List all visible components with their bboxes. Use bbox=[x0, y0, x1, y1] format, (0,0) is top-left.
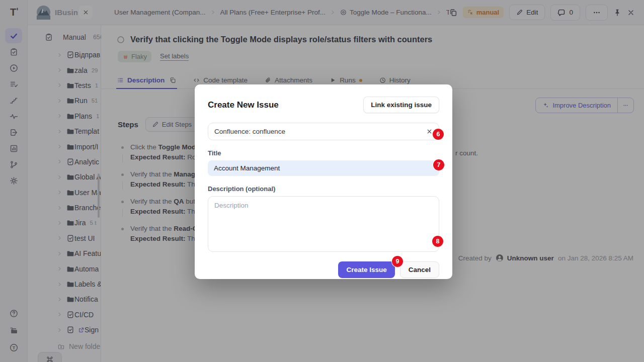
annotation-badge-8: 8 bbox=[432, 236, 443, 247]
issue-description-textarea[interactable] bbox=[208, 196, 439, 252]
issue-title-input[interactable] bbox=[208, 160, 439, 176]
create-issue-modal: Create New Issue Link existing issue Con… bbox=[195, 84, 452, 279]
description-field-label: Description (optional) bbox=[208, 185, 439, 193]
modal-title: Create New Issue bbox=[208, 100, 279, 110]
annotation-badge-9: 9 bbox=[392, 256, 403, 267]
create-issue-button[interactable]: Create Issue bbox=[338, 261, 394, 278]
integration-select-value: Confluence: confluence bbox=[214, 128, 285, 135]
close-icon bbox=[426, 128, 433, 135]
annotation-badge-7: 7 bbox=[433, 159, 444, 170]
cancel-button[interactable]: Cancel bbox=[400, 261, 439, 278]
integration-select[interactable]: Confluence: confluence bbox=[208, 123, 439, 140]
title-field-label: Title bbox=[208, 149, 439, 157]
clear-selection-button[interactable] bbox=[426, 128, 433, 135]
annotation-badge-6: 6 bbox=[433, 129, 444, 140]
link-existing-issue-button[interactable]: Link existing issue bbox=[363, 97, 439, 113]
